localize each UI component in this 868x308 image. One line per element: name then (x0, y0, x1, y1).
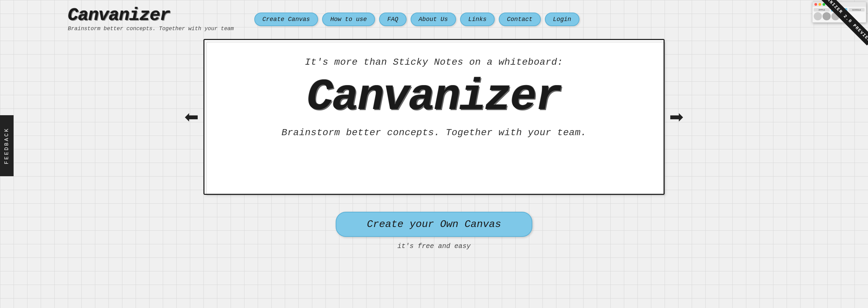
prev-arrow-icon: ⬅ (184, 107, 199, 127)
corner-banner[interactable]: APPLE CANVANIZER GOOGLE CANVANIZER 2.0 P… (807, 0, 868, 61)
next-arrow-button[interactable]: ➡ (665, 105, 688, 129)
nav-btn-about-us[interactable]: About Us (411, 13, 456, 26)
slide-description: Brainstorm better concepts. Together wit… (281, 127, 587, 138)
header: Canvanizer Brainstorm better concepts. T… (0, 0, 868, 39)
cta-sub-label: it's free and easy (397, 242, 471, 250)
nav-btn-how-to-use[interactable]: How to use (322, 13, 375, 26)
dot-yellow (818, 3, 821, 6)
hero-card: It's more than Sticky Notes on a whitebo… (203, 39, 665, 195)
logo-title: Canvanizer (68, 7, 234, 24)
hero-title: Canvanizer (307, 78, 561, 117)
nav-btn-login[interactable]: Login (545, 13, 579, 26)
logo-area: Canvanizer Brainstorm better concepts. T… (68, 7, 234, 32)
next-arrow-icon: ➡ (669, 107, 684, 127)
nav-btn-faq[interactable]: FAQ (379, 13, 406, 26)
create-canvas-button[interactable]: Create your Own Canvas (336, 212, 532, 237)
nav-btn-links[interactable]: Links (460, 13, 495, 26)
cta-section: Create your Own Canvas it's free and eas… (336, 212, 532, 250)
preview-cell-apple: APPLE (814, 8, 830, 12)
feedback-tab[interactable]: FEEDBACK (0, 115, 14, 176)
nav-btn-contact[interactable]: Contact (499, 13, 541, 26)
prev-arrow-button[interactable]: ⬅ (180, 105, 203, 129)
preview-cell-google: GOOGLE (849, 8, 865, 12)
slide-subtitle: It's more than Sticky Notes on a whitebo… (305, 57, 563, 67)
hero-section: ⬅ It's more than Sticky Notes on a white… (170, 39, 698, 250)
dot-red (814, 3, 817, 6)
logo-subtitle: Brainstorm better concepts. Together wit… (68, 26, 234, 32)
feedback-label: FEEDBACK (4, 127, 10, 164)
nav-btn-create-canvas[interactable]: Create Canvas (254, 13, 318, 26)
slideshow: ⬅ It's more than Sticky Notes on a white… (170, 39, 698, 195)
main-nav: Create CanvasHow to useFAQAbout UsLinksC… (254, 13, 579, 26)
